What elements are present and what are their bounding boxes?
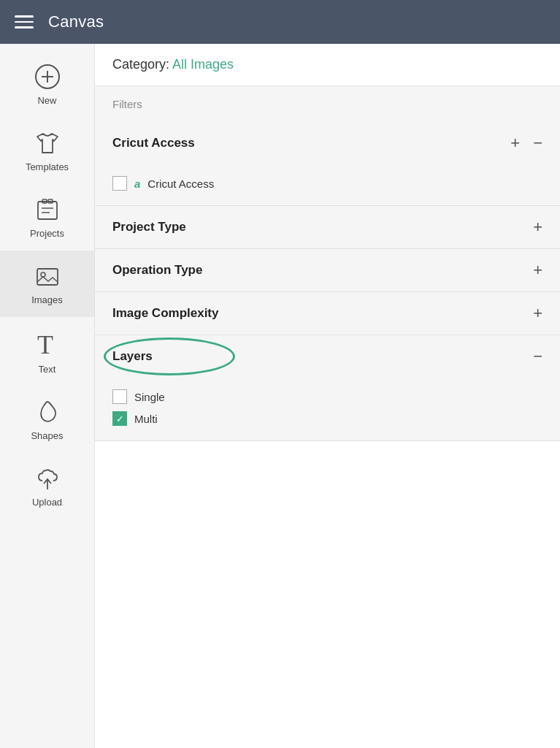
filter-group-operation-type-row[interactable]: Operation Type +	[95, 249, 560, 291]
layers-multi-option: Multi	[112, 411, 542, 426]
sidebar-item-shapes[interactable]: Shapes	[0, 386, 94, 453]
layers-multi-checkbox[interactable]	[112, 411, 127, 426]
upload-icon	[34, 465, 61, 492]
filter-group-cricut-access: Cricut Access + − a Cricut Access	[95, 122, 560, 206]
sidebar-item-new[interactable]: New	[0, 51, 94, 118]
text-icon: T	[34, 329, 61, 359]
cricut-access-expand-btn[interactable]: +	[510, 135, 520, 151]
project-type-expand-btn[interactable]: +	[533, 219, 542, 235]
category-label: Category:	[112, 57, 169, 72]
filter-group-image-complexity: Image Complexity +	[95, 292, 560, 335]
images-icon	[34, 262, 61, 290]
filter-layers-title: Layers	[112, 349, 153, 364]
sidebar-item-projects[interactable]: Projects	[0, 184, 94, 251]
svg-text:T: T	[37, 330, 53, 359]
svg-rect-3	[38, 202, 57, 219]
operation-type-expand-btn[interactable]: +	[533, 262, 542, 278]
filter-image-complexity-title: Image Complexity	[112, 306, 219, 321]
sidebar-item-text-label: Text	[39, 364, 56, 375]
sidebar: New Templates Projects	[0, 44, 95, 748]
layers-single-option: Single	[112, 389, 542, 404]
sidebar-item-images[interactable]: Images	[0, 251, 94, 317]
layers-collapse-btn[interactable]: −	[533, 348, 542, 365]
shapes-icon	[34, 398, 61, 426]
filter-cricut-access-title: Cricut Access	[112, 136, 195, 150]
sidebar-item-images-label: Images	[31, 294, 63, 305]
filter-project-type-title: Project Type	[112, 220, 186, 234]
sidebar-item-shapes-label: Shapes	[31, 430, 63, 441]
filter-operation-type-title: Operation Type	[112, 263, 202, 278]
cricut-access-option: a Cricut Access	[112, 176, 542, 191]
sidebar-item-projects-label: Projects	[30, 228, 64, 239]
sidebar-item-upload[interactable]: Upload	[0, 453, 94, 519]
filters-heading: Filters	[95, 86, 560, 122]
cricut-access-checkbox[interactable]	[112, 176, 127, 191]
category-value: All Images	[172, 57, 234, 72]
projects-icon	[34, 196, 61, 224]
svg-rect-8	[37, 269, 58, 285]
plus-circle-icon	[34, 63, 61, 91]
sidebar-item-upload-label: Upload	[32, 497, 62, 508]
image-complexity-expand-btn[interactable]: +	[533, 305, 542, 321]
layers-single-label: Single	[134, 391, 165, 403]
sidebar-item-templates-label: Templates	[26, 161, 69, 172]
layers-single-checkbox[interactable]	[112, 389, 127, 404]
main-content: Category: All Images Filters Cricut Acce…	[95, 44, 560, 748]
sidebar-item-new-label: New	[37, 95, 56, 106]
app-title: Canvas	[48, 12, 104, 31]
cricut-access-collapse-btn[interactable]: −	[533, 135, 542, 151]
tshirt-icon	[34, 129, 61, 157]
main-layout: New Templates Projects	[0, 44, 560, 748]
app-header: Canvas	[0, 0, 560, 44]
cricut-access-option-icon: a	[134, 178, 140, 190]
filter-group-layers-row[interactable]: Layers −	[95, 335, 560, 378]
cricut-access-option-label: Cricut Access	[147, 178, 214, 190]
filter-group-layers: Layers − Single Multi	[95, 335, 560, 441]
filter-group-image-complexity-row[interactable]: Image Complexity +	[95, 292, 560, 335]
layers-expanded: Single Multi	[95, 378, 560, 440]
hamburger-menu-button[interactable]	[15, 15, 34, 28]
filter-group-project-type: Project Type +	[95, 206, 560, 249]
cricut-access-expanded: a Cricut Access	[95, 164, 560, 205]
category-header: Category: All Images	[95, 44, 560, 86]
layers-multi-label: Multi	[134, 413, 158, 425]
sidebar-item-templates[interactable]: Templates	[0, 118, 94, 184]
sidebar-item-text[interactable]: T Text	[0, 317, 94, 386]
filter-group-operation-type: Operation Type +	[95, 249, 560, 292]
filter-group-project-type-row[interactable]: Project Type +	[95, 206, 560, 248]
filter-group-cricut-access-row[interactable]: Cricut Access + −	[95, 122, 560, 164]
